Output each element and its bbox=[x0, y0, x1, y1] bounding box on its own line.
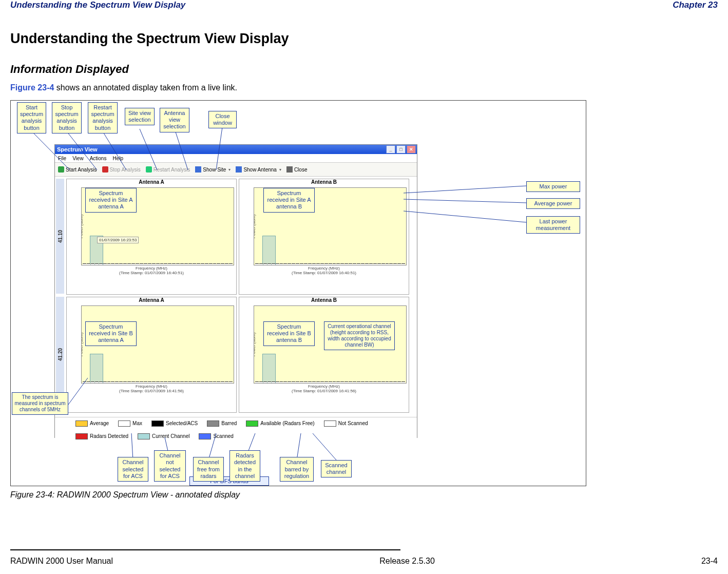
close-button[interactable]: Close bbox=[286, 166, 308, 173]
menu-help[interactable]: Help bbox=[112, 156, 123, 161]
figure-caption: Figure 23-4: RADWIN 2000 Spectrum View -… bbox=[10, 490, 240, 500]
close-door-icon bbox=[286, 166, 293, 173]
menu-actions[interactable]: Actions bbox=[90, 156, 107, 161]
callout-5mhz-channels: The spectrum is measured in spectrum cha… bbox=[12, 392, 68, 415]
start-analysis-button[interactable]: Start Analysis bbox=[58, 166, 97, 173]
footer-right: 23-4 bbox=[701, 557, 718, 566]
callout-last-power: Last power measurement bbox=[526, 216, 580, 234]
legend-current-channel: Current Channel bbox=[138, 433, 189, 439]
svg-line-8 bbox=[404, 211, 526, 222]
callout-stop-button: Stop spectrum analysis button bbox=[52, 102, 82, 133]
callout-max-power: Max power bbox=[526, 181, 580, 192]
section-title: Information Displayed bbox=[10, 63, 129, 76]
chart-siteB-antA: Antenna A Power (dBm) -45-50-55-60-65-70… bbox=[66, 297, 237, 413]
intro-text: shows an annotated display taken from a … bbox=[54, 83, 237, 92]
chart-title: Antenna A bbox=[67, 179, 236, 186]
callout-current-channel: Current operational channel (height acco… bbox=[324, 321, 395, 350]
maximize-icon[interactable]: □ bbox=[396, 145, 406, 154]
legend: Average Max Selected/ACS Barred Availabl… bbox=[55, 417, 417, 442]
menu-view[interactable]: View bbox=[72, 156, 84, 161]
x-axis-label: Frequency (MHz)(Time Stamp: 01/07/2009 1… bbox=[67, 385, 236, 394]
callout-channel-selected-acs: Channel selected for ACS bbox=[118, 457, 148, 482]
legend-barred: Barred bbox=[207, 420, 237, 427]
legend-not-scanned: Not Scanned bbox=[324, 420, 368, 427]
show-antenna-dropdown[interactable]: Show Antenna bbox=[236, 166, 281, 173]
minimize-icon[interactable]: _ bbox=[386, 145, 395, 154]
show-site-dropdown[interactable]: Show Site bbox=[195, 166, 231, 173]
menu-file[interactable]: File bbox=[58, 156, 66, 161]
toolbar: Start Analysis Stop Analysis Restart Ana… bbox=[55, 163, 417, 177]
running-header-right: Chapter 23 bbox=[673, 0, 718, 10]
svg-line-7 bbox=[404, 199, 526, 203]
callout-channel-free: Channel free from radars bbox=[193, 457, 224, 482]
play-icon bbox=[58, 166, 64, 173]
restart-icon bbox=[146, 166, 152, 173]
callout-antenna-view: Antenna view selection bbox=[160, 108, 189, 132]
site-icon bbox=[195, 166, 201, 173]
page-title: Understanding the Spectrum View Display bbox=[10, 31, 289, 47]
close-icon[interactable]: ✕ bbox=[407, 145, 416, 154]
hover-timestamp: 01/07/2009 16:23:53 bbox=[97, 237, 139, 243]
callout-siteA-antB: Spectrum received in Site A antenna B bbox=[263, 188, 315, 213]
footer-left: RADWIN 2000 User Manual bbox=[10, 557, 113, 566]
callout-close-window: Close window bbox=[208, 111, 237, 128]
callout-average-power: Average power bbox=[526, 198, 580, 209]
window-title: Spectrum View bbox=[57, 146, 98, 152]
chart-grid: 41.10 41.20 Antenna A Power (dBm) -45-50… bbox=[55, 177, 417, 417]
callout-channel-not-acs: Channel not selected for ACS bbox=[154, 450, 186, 482]
running-header-left: Understanding the Spectrum View Display bbox=[10, 0, 185, 10]
restart-analysis-button[interactable]: Restart Analysis bbox=[146, 166, 190, 173]
legend-available: Available (Radars Free) bbox=[246, 420, 314, 427]
legend-radars-detected: Radars Detected bbox=[75, 433, 128, 439]
chart-title: Antenna A bbox=[67, 297, 236, 304]
legend-average: Average bbox=[75, 420, 109, 427]
callout-scanned-channel: Scanned channel bbox=[321, 460, 352, 477]
stop-icon bbox=[102, 166, 108, 173]
chart-title: Antenna B bbox=[239, 179, 409, 186]
row-label-siteA: 41.10 bbox=[56, 179, 64, 294]
figure-reference[interactable]: Figure 23-4 bbox=[10, 83, 54, 92]
intro-paragraph: Figure 23-4 shows an annotated display t… bbox=[10, 83, 237, 92]
legend-selected-acs: Selected/ACS bbox=[151, 420, 198, 427]
callout-siteB-antA: Spectrum received in Site B antenna A bbox=[85, 321, 137, 346]
stop-analysis-button[interactable]: Stop Analysis bbox=[102, 166, 141, 173]
callout-restart-button: Restart spectrum analysis button bbox=[88, 102, 118, 133]
callout-radars-detected: Radars detected in the channel bbox=[229, 450, 260, 482]
x-axis-label: Frequency (MHz)(Time Stamp: 01/07/2009 1… bbox=[239, 266, 409, 276]
chart-siteB-antB: Antenna B Power (dBm) -45-50-55-60-65-70… bbox=[239, 297, 409, 413]
legend-max: Max bbox=[118, 420, 142, 427]
callout-start-button: Start spectrum analysis button bbox=[17, 102, 46, 133]
footer-center: Release 2.5.30 bbox=[379, 557, 435, 566]
x-axis-label: Frequency (MHz)(Time Stamp: 01/07/2009 1… bbox=[67, 266, 236, 276]
chart-title: Antenna B bbox=[239, 297, 409, 304]
svg-line-6 bbox=[404, 186, 526, 193]
callout-channel-barred: Channel barred by regulation bbox=[280, 457, 314, 482]
footer-rule bbox=[10, 549, 400, 550]
menu-bar[interactable]: File View Actions Help bbox=[55, 154, 417, 163]
callout-siteB-antB: Spectrum received in Site B antenna B bbox=[263, 321, 315, 346]
legend-scanned: Scanned bbox=[199, 433, 233, 439]
callout-siteA-antA: Spectrum received in Site A antenna A bbox=[85, 188, 137, 213]
callout-site-view: Site view selection bbox=[125, 108, 155, 125]
x-axis-label: Frequency (MHz)(Time Stamp: 01/07/2009 1… bbox=[239, 385, 409, 394]
figure-23-4: Start spectrum analysis button Stop spec… bbox=[10, 100, 586, 486]
antenna-icon bbox=[236, 166, 242, 173]
window-titlebar[interactable]: Spectrum View _ □ ✕ bbox=[55, 145, 417, 154]
